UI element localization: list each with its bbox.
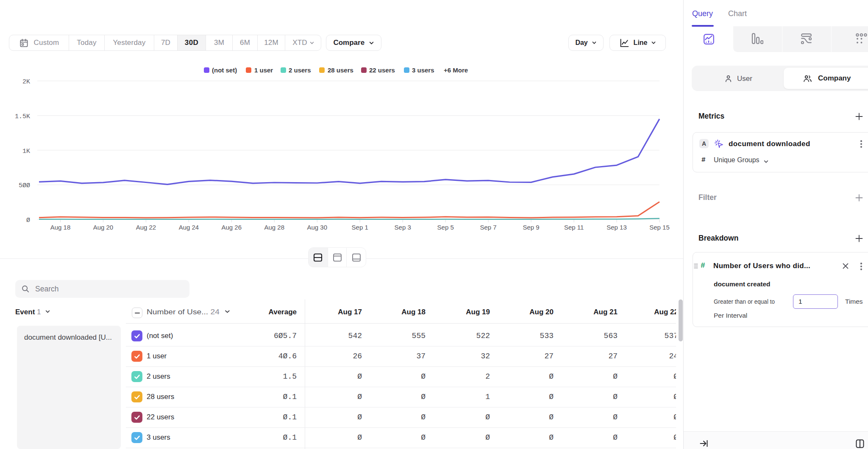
svg-text:Sep 1: Sep 1 bbox=[352, 224, 368, 231]
svg-text:Ø: Ø bbox=[26, 217, 30, 224]
svg-text:Aug 20: Aug 20 bbox=[93, 224, 114, 231]
svg-text:Sep 5: Sep 5 bbox=[437, 224, 454, 231]
svg-text:Sep 15: Sep 15 bbox=[649, 224, 670, 231]
svg-text:2K: 2K bbox=[22, 78, 30, 86]
svg-text:Sep 13: Sep 13 bbox=[606, 224, 627, 231]
svg-text:Sep 9: Sep 9 bbox=[523, 224, 539, 231]
svg-text:Aug 18: Aug 18 bbox=[50, 224, 71, 231]
svg-text:Sep 3: Sep 3 bbox=[395, 224, 411, 231]
svg-text:1K: 1K bbox=[22, 148, 30, 155]
svg-text:Aug 26: Aug 26 bbox=[222, 224, 242, 231]
svg-text:Aug 24: Aug 24 bbox=[179, 224, 199, 231]
svg-text:Aug 22: Aug 22 bbox=[136, 224, 156, 231]
svg-text:5ØØ: 5ØØ bbox=[19, 182, 30, 189]
svg-text:Aug 30: Aug 30 bbox=[307, 224, 328, 231]
svg-text:Sep 11: Sep 11 bbox=[564, 224, 584, 231]
svg-text:Aug 28: Aug 28 bbox=[264, 224, 285, 231]
svg-text:1.5K: 1.5K bbox=[15, 113, 30, 120]
svg-text:Sep 7: Sep 7 bbox=[480, 224, 496, 231]
